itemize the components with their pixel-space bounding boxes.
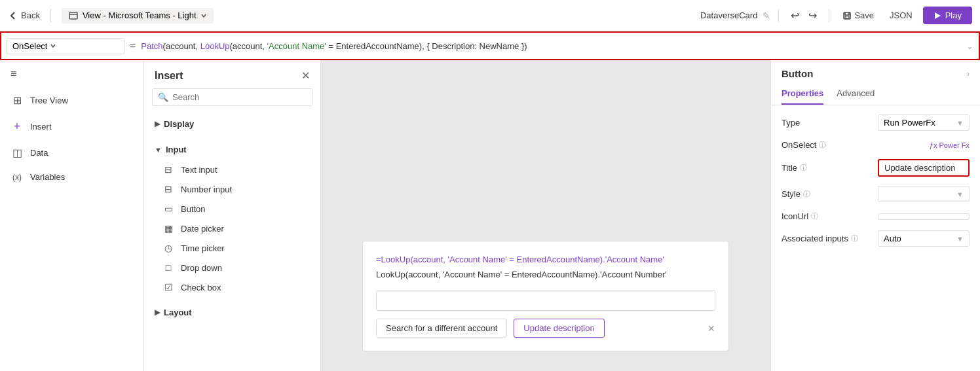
formula-eq-sign: = — [130, 40, 136, 52]
sidebar-item-variables[interactable]: (x) Variables — [0, 166, 143, 188]
card-text-2: LookUp(account, 'Account Name' = Entered… — [376, 270, 715, 279]
type-select-chevron: ▼ — [956, 119, 964, 127]
display-section-header[interactable]: ▶ Display — [144, 114, 320, 134]
prop-iconurl-input[interactable] — [878, 213, 970, 220]
number-input-item[interactable]: ⊟ Number input — [144, 179, 320, 199]
insert-close-button[interactable]: ✕ — [301, 69, 310, 82]
prop-style-row: Style ⓘ ▼ — [782, 186, 970, 202]
divider — [50, 9, 51, 22]
save-button[interactable]: Save — [837, 8, 879, 23]
main-layout: ≡ ⊞ Tree View + Insert ◫ Data (x) Variab… — [0, 60, 980, 371]
prop-onselect-value[interactable]: ƒx Power Fx — [930, 141, 970, 149]
undo-button[interactable]: ↩ — [787, 7, 803, 24]
prop-associated-inputs-select[interactable]: Auto ▼ — [878, 230, 970, 247]
card-close-button[interactable]: ✕ — [707, 323, 715, 334]
right-panel-header: Button › — [771, 60, 980, 79]
date-picker-icon: ▦ — [162, 223, 174, 234]
prop-style-select[interactable]: ▼ — [878, 186, 970, 202]
view-tab[interactable]: View - Microsoft Teams - Light — [62, 8, 214, 24]
insert-title: Insert — [155, 70, 183, 82]
formula-input[interactable]: Patch(account, LookUp(account, 'Account … — [141, 41, 966, 51]
topbar: Back View - Microsoft Teams - Light Data… — [0, 0, 980, 31]
input-section-header[interactable]: ▼ Input — [144, 139, 320, 160]
formula-bar: OnSelect = Patch(account, LookUp(account… — [0, 31, 980, 60]
right-panel-title: Button — [782, 68, 813, 79]
button-icon: ▭ — [162, 203, 174, 214]
layout-section-header[interactable]: ▶ Layout — [144, 302, 320, 323]
title-info-icon[interactable]: ⓘ — [800, 163, 807, 173]
left-sidebar: ≡ ⊞ Tree View + Insert ◫ Data (x) Variab… — [0, 60, 144, 371]
card-widget: =LookUp(account, 'Account Name' = Entere… — [362, 241, 729, 351]
button-item[interactable]: ▭ Button — [144, 199, 320, 219]
associated-inputs-chevron: ▼ — [956, 235, 964, 243]
onselect-info-icon[interactable]: ⓘ — [819, 140, 826, 150]
search-account-button[interactable]: Search for a different account — [376, 319, 507, 338]
menu-icon[interactable]: ≡ — [0, 60, 143, 88]
card-buttons: Search for a different account Update de… — [376, 319, 715, 338]
text-input-item[interactable]: ⊟ Text input — [144, 160, 320, 179]
style-select-chevron: ▼ — [956, 190, 964, 198]
insert-icon: + — [10, 120, 24, 133]
svg-rect-0 — [69, 12, 77, 19]
prop-title-label: Title ⓘ — [782, 163, 807, 173]
play-button[interactable]: Play — [923, 7, 972, 24]
iconurl-info-icon[interactable]: ⓘ — [811, 211, 818, 221]
property-selector[interactable]: OnSelect — [7, 38, 124, 54]
sidebar-item-tree-view[interactable]: ⊞ Tree View — [0, 88, 143, 113]
insert-panel: Insert ✕ 🔍 ▶ Display ▼ Input ⊟ Text inpu… — [144, 60, 321, 371]
card-empty-input[interactable] — [376, 290, 715, 311]
prop-type-row: Type Run PowerFx ▼ — [782, 115, 970, 131]
card-text-1: =LookUp(account, 'Account Name' = Entere… — [376, 255, 715, 264]
prop-onselect-row: OnSelect ⓘ ƒx Power Fx — [782, 140, 970, 150]
number-input-icon: ⊟ — [162, 184, 174, 194]
prop-title-input[interactable]: Update description — [878, 159, 970, 177]
json-button[interactable]: JSON — [884, 8, 918, 23]
insert-header: Insert ✕ — [144, 60, 320, 88]
tree-view-icon: ⊞ — [10, 94, 24, 107]
layout-chevron: ▶ — [155, 308, 160, 317]
prop-iconurl-label: IconUrl ⓘ — [782, 211, 818, 221]
prop-onselect-label: OnSelect ⓘ — [782, 140, 826, 150]
time-picker-item[interactable]: ◷ Time picker — [144, 238, 320, 258]
search-input[interactable] — [172, 92, 307, 102]
svg-rect-2 — [845, 16, 849, 18]
prop-style-label: Style ⓘ — [782, 189, 810, 199]
date-picker-item[interactable]: ▦ Date picker — [144, 219, 320, 238]
topbar-left: Back View - Microsoft Teams - Light — [8, 8, 214, 24]
sidebar-item-insert[interactable]: + Insert — [0, 113, 143, 140]
prop-associated-inputs-row: Associated inputs ⓘ Auto ▼ — [782, 230, 970, 247]
undo-redo-group: ↩ ↪ — [787, 7, 821, 24]
right-panel-tabs: Properties Advanced — [771, 83, 980, 105]
redo-button[interactable]: ↪ — [804, 7, 821, 24]
check-box-icon: ☑ — [162, 282, 174, 292]
prop-type-select[interactable]: Run PowerFx ▼ — [878, 115, 970, 131]
right-panel-chevron[interactable]: › — [967, 69, 970, 79]
topbar-right: DataverseCard ✎ ↩ ↪ Save JSON Play — [700, 7, 972, 24]
edit-icon[interactable]: ✎ — [763, 10, 770, 21]
prop-type-label: Type — [782, 118, 800, 128]
check-box-item[interactable]: ☑ Check box — [144, 277, 320, 297]
tab-advanced[interactable]: Advanced — [837, 83, 875, 105]
display-section: ▶ Display — [144, 111, 320, 137]
divider2 — [778, 9, 779, 22]
data-icon: ◫ — [10, 147, 24, 159]
prop-iconurl-row: IconUrl ⓘ — [782, 211, 970, 221]
sidebar-item-data[interactable]: ◫ Data — [0, 140, 143, 166]
right-panel: Button › Properties Advanced Type Run Po… — [770, 60, 980, 371]
variables-icon: (x) — [10, 173, 24, 182]
search-icon: 🔍 — [158, 92, 168, 102]
right-panel-content: Type Run PowerFx ▼ OnSelect ⓘ ƒx Power F… — [771, 105, 980, 256]
style-info-icon[interactable]: ⓘ — [803, 189, 810, 199]
drop-down-icon: □ — [162, 262, 174, 273]
layout-section: ▶ Layout — [144, 300, 320, 325]
update-description-button[interactable]: Update description — [514, 319, 604, 338]
user-label: DataverseCard — [700, 10, 757, 20]
formula-chevron[interactable]: ⌄ — [966, 41, 973, 51]
tab-properties[interactable]: Properties — [782, 83, 823, 105]
insert-search-box[interactable]: 🔍 — [152, 88, 312, 106]
prop-associated-inputs-label: Associated inputs ⓘ — [782, 234, 858, 243]
associated-inputs-info-icon[interactable]: ⓘ — [851, 234, 858, 243]
back-button[interactable]: Back — [8, 10, 40, 21]
divider3 — [829, 9, 829, 22]
drop-down-item[interactable]: □ Drop down — [144, 258, 320, 277]
